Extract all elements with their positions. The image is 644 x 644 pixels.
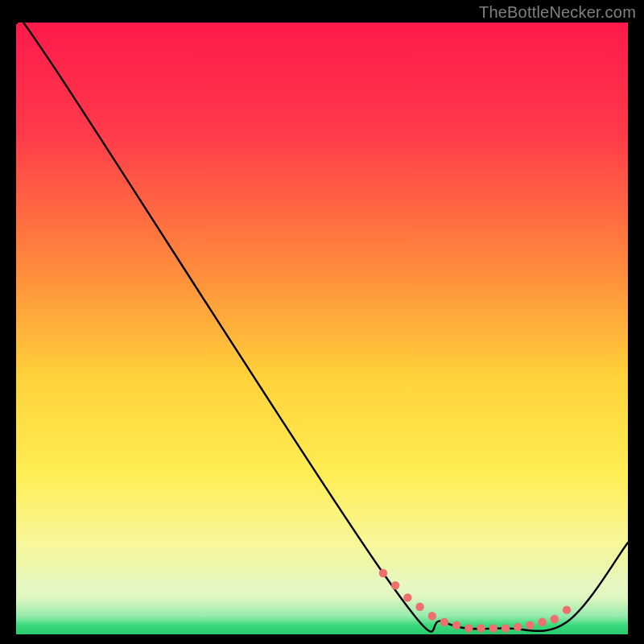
dot — [440, 618, 448, 626]
dot — [514, 623, 522, 631]
dot — [502, 624, 510, 632]
plot-area — [16, 23, 628, 634]
dot — [391, 581, 399, 589]
attribution-text: TheBottleNecker.com — [479, 3, 636, 22]
dot — [563, 605, 571, 613]
dot — [538, 618, 546, 626]
dot — [464, 624, 473, 632]
pale-band-overlay — [16, 23, 628, 634]
dot — [551, 615, 559, 623]
dot — [452, 621, 460, 629]
dot — [526, 621, 534, 629]
chart-container: TheBottleNecker.com — [0, 0, 644, 644]
dot — [477, 624, 485, 632]
dot — [489, 624, 497, 632]
dot — [403, 593, 411, 601]
dot — [428, 612, 436, 620]
chart-svg — [16, 23, 628, 634]
dot — [379, 569, 387, 577]
dot — [415, 603, 423, 611]
